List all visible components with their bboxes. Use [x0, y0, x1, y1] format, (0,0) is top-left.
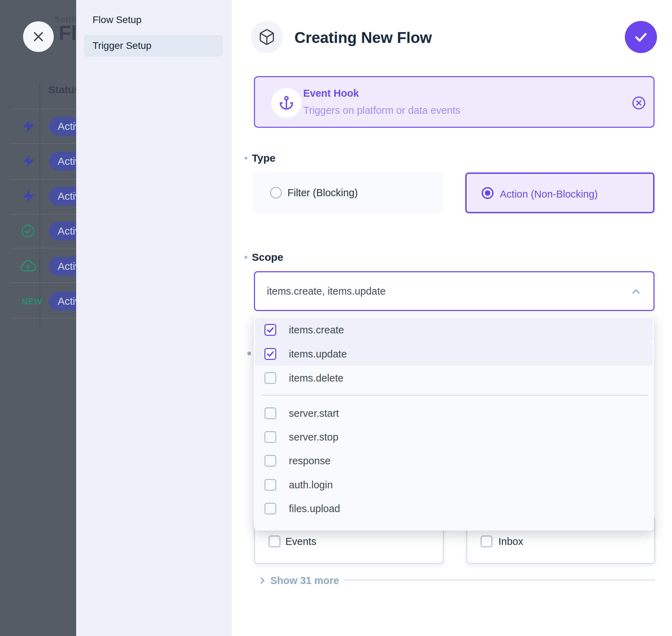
drawer-content: Creating New Flow Event Hook Triggers on… [232, 0, 672, 636]
dropdown-option-items-create[interactable]: items.create [254, 318, 654, 342]
row-divider [10, 214, 76, 215]
check-circle-icon [20, 223, 36, 239]
cloud-upload-icon [19, 258, 37, 275]
dropdown-option-server-start[interactable]: server.start [254, 401, 654, 425]
row-divider [10, 143, 76, 144]
row-divider [10, 179, 76, 180]
dropdown-option-label: files.upload [289, 497, 340, 520]
drawer-title: Creating New Flow [294, 29, 432, 46]
x-circle-icon[interactable] [631, 95, 647, 111]
status-badge: Active [49, 152, 76, 171]
new-label: NEW [22, 297, 42, 306]
checkbox-icon[interactable] [264, 455, 276, 467]
scope-field-label: Scope [252, 251, 283, 263]
trigger-card-subtitle: Triggers on platform or data events [303, 105, 460, 116]
dropdown-option-server-stop[interactable]: server.stop [254, 425, 654, 449]
scope-multiselect-input[interactable]: items.create, items.update [254, 271, 655, 311]
checkbox-icon[interactable] [264, 431, 276, 443]
trigger-type-card[interactable]: Event Hook Triggers on platform or data … [254, 76, 655, 128]
bolt-icon [21, 119, 36, 134]
flow-avatar [251, 21, 283, 53]
backdrop-overlay: Settings Flows Status Active Active Acti… [0, 0, 76, 636]
type-option-label: Filter (Blocking) [287, 172, 358, 213]
dropdown-option-auth-login[interactable]: auth.login [254, 473, 654, 497]
show-more-link[interactable]: Show 31 more [258, 574, 339, 587]
dropdown-option-response[interactable]: response [254, 449, 654, 473]
show-more-label: Show 31 more [270, 575, 339, 586]
bolt-icon [21, 154, 36, 169]
radio-selected-icon [482, 187, 494, 199]
anchor-icon-badge [271, 88, 301, 118]
status-column-header: Status [48, 84, 76, 96]
radio-icon [270, 187, 282, 199]
dropdown-option-files-upload[interactable]: files.upload [254, 497, 654, 520]
scope-dropdown-menu: items.create items.update items.delete s… [254, 315, 654, 531]
status-badge: Active [49, 222, 76, 241]
table-column-divider [39, 82, 40, 328]
anchor-icon [278, 95, 294, 111]
checkbox-icon[interactable] [481, 535, 492, 547]
drawer-side-nav: Flow Setup Trigger Setup [76, 0, 232, 636]
row-divider [10, 248, 76, 249]
dropdown-option-label: items.delete [289, 366, 343, 390]
checkbox-icon[interactable] [264, 479, 276, 491]
status-badge: Active [49, 187, 76, 206]
field-indicator-dot [244, 157, 247, 160]
page-title: Flows [59, 21, 76, 44]
type-option-filter[interactable]: Filter (Blocking) [254, 172, 443, 213]
chevron-up-icon [630, 286, 642, 297]
dropdown-option-label: items.update [289, 342, 347, 366]
dropdown-option-label: server.start [289, 401, 339, 425]
scope-selected-values: items.create, items.update [267, 272, 386, 310]
status-badge: Active [49, 257, 76, 276]
checkbox-icon[interactable] [264, 503, 276, 515]
box-icon [258, 28, 276, 46]
nav-item-label: Trigger Setup [93, 35, 152, 57]
row-divider [10, 318, 76, 318]
dropdown-option-label: server.stop [289, 425, 338, 449]
bolt-icon [21, 188, 36, 204]
status-badge: Active [49, 117, 76, 136]
confirm-button[interactable] [625, 21, 657, 53]
field-indicator-dot [244, 256, 247, 259]
type-option-action[interactable]: Action (Non-Blocking) [465, 172, 655, 213]
row-divider [10, 109, 76, 110]
field-indicator-dot [247, 352, 251, 355]
dropdown-option-label: auth.login [289, 473, 333, 497]
chevron-right-icon [258, 576, 267, 585]
dropdown-option-label: items.create [289, 318, 344, 342]
show-more-divider [343, 579, 655, 580]
checkbox-icon[interactable] [264, 348, 276, 360]
row-divider [10, 282, 76, 283]
check-icon [633, 29, 649, 45]
dropdown-option-label: response [289, 449, 330, 473]
close-drawer-button[interactable] [23, 21, 54, 52]
dropdown-divider [262, 395, 648, 395]
checkbox-icon[interactable] [264, 407, 276, 419]
trigger-card-title: Event Hook [303, 88, 359, 99]
type-field-label: Type [252, 152, 276, 164]
checkbox-icon[interactable] [269, 535, 280, 547]
dropdown-option-items-delete[interactable]: items.delete [254, 366, 654, 390]
checkbox-icon[interactable] [264, 372, 276, 384]
nav-item-trigger-setup[interactable]: Trigger Setup [84, 35, 222, 57]
type-option-label: Action (Non-Blocking) [500, 174, 598, 215]
checkbox-icon[interactable] [264, 324, 276, 336]
dropdown-option-items-update[interactable]: items.update [254, 342, 654, 366]
nav-item-flow-setup[interactable]: Flow Setup [93, 10, 141, 29]
status-badge: Active [49, 292, 76, 311]
close-icon [32, 30, 45, 43]
